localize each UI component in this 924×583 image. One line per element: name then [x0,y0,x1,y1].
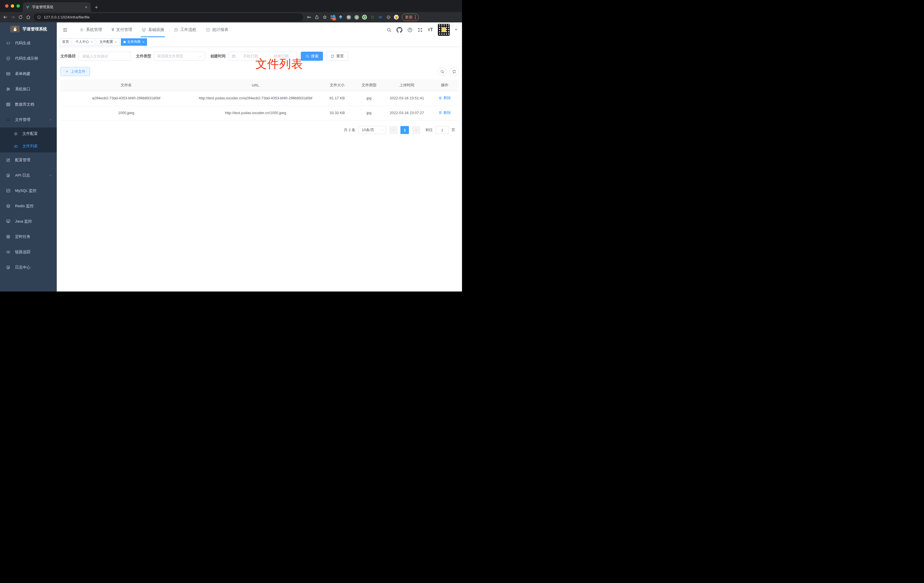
sidebar-item-db-doc[interactable]: 数据库文档 [0,97,57,112]
sidebar-item-file-config[interactable]: 文件配置 [0,127,57,140]
avatar-caret-icon[interactable] [455,29,457,32]
address-bar[interactable]: 127.0.0.1:1024/infra/file/file [33,13,303,21]
extensions-puzzle-icon[interactable] [386,15,391,20]
col-url: URL [192,79,319,91]
user-avatar-qr[interactable] [438,24,450,36]
password-key-icon[interactable] [307,15,311,20]
sidebar-item-redis-monitor[interactable]: Redis 监控 [0,198,57,214]
collapse-sidebar-icon[interactable] [59,27,71,33]
screen: 芋道管理系统 × + 127.0.0.1:1024/infra/file/fil… [0,0,462,292]
profile-avatar[interactable] [394,15,399,20]
log-pen-icon [6,173,10,178]
font-size-icon[interactable]: тT [428,27,433,33]
home-icon[interactable] [26,15,31,20]
file-path-input[interactable] [79,52,131,61]
minimize-window-button[interactable] [11,4,14,8]
edit-icon [6,158,10,162]
sidebar-item-scheduled-task[interactable]: 定时任务 [0,229,57,244]
pinned-extension-icon[interactable]: 11 [330,15,335,20]
new-tab-button[interactable]: + [95,5,98,10]
sidebar-item-trace[interactable]: 链路追踪 [0,244,57,260]
form-icon [6,71,10,76]
close-tag-icon[interactable]: × [114,40,117,44]
next-page-button[interactable] [412,126,420,134]
site-info-icon[interactable] [37,15,41,19]
top-nav-report[interactable]: 统计报表 [202,22,232,37]
sidebar-item-config-manage[interactable]: 配置管理 [0,152,57,168]
sidebar-item-file-manage[interactable]: 文件管理 [0,112,57,127]
file-type-select[interactable]: 请选择文件类型 [154,52,205,61]
close-tab-icon[interactable]: × [84,5,88,9]
top-nav-infra[interactable]: 基础设施 [138,22,168,37]
toggle-search-button[interactable] [437,67,447,76]
sidebar-item-api-log[interactable]: API 日志 [0,168,57,183]
top-nav-workflow[interactable]: 工作流程 [170,22,200,37]
sidebar-logo[interactable]: 芋道管理系统 [0,22,57,35]
sidebar-item-mysql-monitor[interactable]: MySQL 监控 [0,183,57,198]
browser-tab[interactable]: 芋道管理系统 × [23,2,91,12]
sidebar: 芋道管理系统 代码生成 代码生成示例 表单构建 系统接口 [0,22,57,292]
browser-menu-icon[interactable] [415,15,416,19]
delete-button[interactable]: 删除 [439,95,450,101]
total-count: 共 2 条 [344,127,355,132]
rabbit-logo-image [10,26,20,32]
vue-devtools-icon[interactable]: V [362,15,367,20]
delete-button[interactable]: 删除 [439,110,450,116]
top-nav-system[interactable]: 系统管理 [76,22,106,37]
sidebar-item-system-api[interactable]: 系统接口 [0,81,57,97]
prev-page-button[interactable] [389,126,398,134]
pagination: 共 2 条 10条/页 1 前往 页 [61,126,459,134]
goto-page-input[interactable] [436,126,449,134]
search-button[interactable]: 搜索 [301,52,323,61]
refresh-icon [331,54,335,58]
col-file-size: 文件大小 [319,79,355,91]
github-icon[interactable] [396,27,403,33]
bookmark-star-icon[interactable] [322,15,327,20]
cell-file-type: jpg [355,91,383,106]
eye-extension-icon[interactable] [378,15,383,20]
cell-file-size: 33.33 KB [319,106,355,121]
sidebar-item-file-list[interactable]: 文件列表 [0,140,57,152]
refresh-table-button[interactable] [449,67,459,76]
close-window-button[interactable] [5,4,8,8]
maximize-window-button[interactable] [16,4,20,8]
cell-upload-time: 2022-03-16 23:51:41 [383,91,431,106]
close-tag-icon[interactable]: × [142,40,144,44]
sidebar-item-code-gen[interactable]: 代码生成 [0,35,57,51]
monitor-icon [6,219,10,224]
forward-icon[interactable] [10,15,15,20]
cell-url: http://test.yudao.iocoder.cn/a294ecb2-73… [192,91,319,106]
page-size-select[interactable]: 10条/页 [358,126,386,134]
close-tag-icon[interactable]: × [91,40,93,44]
sidebar-item-form-builder[interactable]: 表单构建 [0,66,57,81]
reload-icon[interactable] [18,15,23,20]
tag-file-list[interactable]: 文件列表 × [121,38,147,46]
sidebar-item-log-center[interactable]: 日志中心 [0,260,57,275]
fullscreen-icon[interactable] [417,27,423,33]
browser-actions: 11 ⌘ V ✩ 更新 [307,13,419,21]
upload-file-button[interactable]: 上传文件 [61,67,90,76]
chrome-update-button[interactable]: 更新 [402,13,419,21]
plus-icon [65,69,69,74]
cell-file-name: 1000.jpeg [61,106,192,121]
page-number-button[interactable]: 1 [401,126,409,134]
search-icon[interactable] [386,27,392,33]
sidebar-item-java-monitor[interactable]: Java 监控 [0,214,57,229]
command-extension-icon[interactable]: ⌘ [346,15,351,20]
tag-home[interactable]: 首页 [59,38,71,46]
sliders-icon [6,87,10,91]
tag-profile[interactable]: 个人中心 × [73,38,95,46]
tag-file-config[interactable]: 文件配置 × [97,38,119,46]
search-icon [305,54,309,58]
sidebar-item-code-demo[interactable]: 代码生成示例 [0,51,57,66]
green-star-extension-icon[interactable]: ✩ [370,15,375,20]
share-icon[interactable] [314,15,319,20]
col-file-name: 文件名 [61,79,192,91]
file-manage-submenu: 文件配置 文件列表 [0,127,57,152]
back-icon[interactable] [3,15,8,20]
reset-button[interactable]: 重置 [326,52,348,61]
top-nav-pay[interactable]: ¥ 支付管理 [108,22,136,37]
help-icon[interactable] [407,27,412,33]
recorder-extension-icon[interactable] [354,15,359,20]
balloon-extension-icon[interactable] [338,15,343,20]
